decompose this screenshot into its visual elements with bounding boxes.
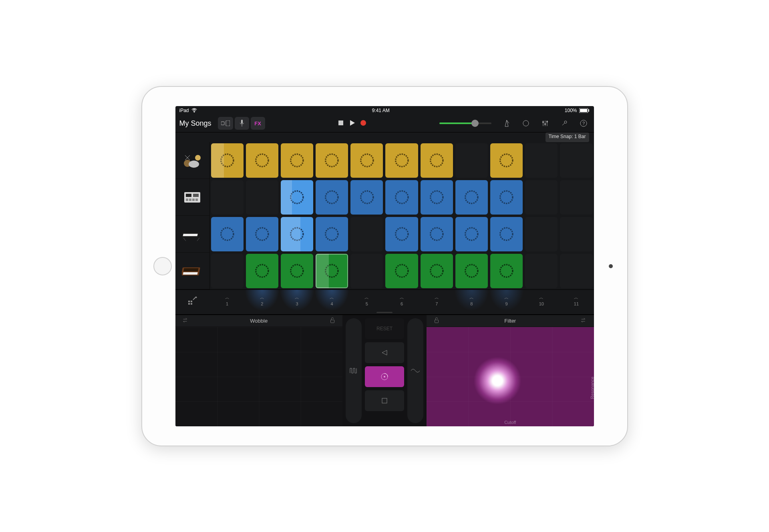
loop-cell[interactable] [421,143,453,178]
swap-icon[interactable] [580,317,587,325]
loop-cell[interactable] [455,217,488,251]
metronome-icon[interactable] [500,117,513,130]
fx-button[interactable]: FX [251,117,265,130]
play-button[interactable] [348,119,356,128]
loop-cell[interactable] [281,180,313,215]
column-trigger[interactable]: ︿10 [524,290,559,311]
lock-icon[interactable] [433,317,440,325]
clock: 9:41 AM [372,108,390,113]
home-button[interactable] [153,257,172,275]
gate-button[interactable] [346,318,362,423]
loop-cell[interactable] [490,217,523,251]
filter-x-axis-label: Cutoff [427,420,594,425]
column-trigger[interactable]: ︿4 [314,290,349,311]
column-trigger[interactable]: ︿3 [280,290,314,311]
svg-point-22 [195,155,201,161]
column-trigger[interactable]: ︿2 [245,290,280,311]
loop-cell[interactable] [385,217,418,251]
mixer-icon[interactable] [539,117,552,130]
loop-cell[interactable] [246,217,278,251]
chevron-up-icon: ︿ [225,295,229,301]
stop-button[interactable] [337,119,344,128]
column-trigger[interactable]: ︿8 [454,290,489,311]
svg-point-40 [256,154,268,167]
loop-cell[interactable] [281,254,313,288]
column-trigger[interactable]: ︿11 [559,290,594,311]
loop-cell[interactable] [385,254,418,288]
volume-slider[interactable] [439,122,491,124]
battery-label: 100% [565,108,577,113]
loop-cell[interactable] [525,180,558,215]
chevron-up-icon: ︿ [469,295,474,301]
reverse-button[interactable] [365,342,404,363]
loop-cell[interactable] [316,180,348,215]
column-trigger[interactable]: ︿9 [489,290,524,311]
loop-cell[interactable] [560,217,592,251]
scratch-button[interactable] [365,366,404,387]
loop-cell[interactable] [211,143,244,178]
column-trigger[interactable]: ︿6 [384,290,419,311]
loop-cell[interactable] [350,254,383,288]
loop-cell[interactable] [525,217,558,251]
microphone-button[interactable] [235,117,249,130]
track-header-keyboard[interactable] [175,216,210,253]
svg-point-50 [395,191,408,203]
svg-rect-31 [195,199,198,201]
loop-cell[interactable] [385,180,418,215]
fx-center-column: RESET [342,315,427,426]
loop-cell[interactable] [350,180,383,215]
loop-cell[interactable] [525,254,558,288]
loop-cell[interactable] [525,143,558,178]
loop-cell[interactable] [246,143,278,178]
lock-icon[interactable] [329,317,336,325]
loop-icon[interactable] [519,117,532,130]
loop-cell[interactable] [490,254,523,288]
column-trigger[interactable]: ︿5 [349,290,384,311]
loop-cell[interactable] [350,143,383,178]
track-header-drum-machine[interactable] [175,179,210,216]
record-button[interactable] [360,119,367,128]
loop-cell[interactable] [490,143,523,178]
drag-handle-icon[interactable] [175,311,594,314]
loop-cell[interactable] [560,254,592,288]
stop-fx-button[interactable] [365,390,404,411]
loop-cell[interactable] [211,254,244,288]
loop-cell[interactable] [316,217,348,251]
track-header-drums[interactable] [175,142,210,179]
loop-cell[interactable] [281,143,313,178]
wave-button[interactable] [407,318,423,423]
loop-cell[interactable] [316,254,348,288]
browser-toggle-button[interactable] [218,117,233,130]
column-trigger[interactable]: ︿1 [210,290,245,311]
svg-line-17 [562,123,565,125]
loop-cell[interactable] [421,180,453,215]
loop-cell[interactable] [490,180,523,215]
loop-cell[interactable] [421,254,453,288]
help-icon[interactable]: ? [577,117,590,130]
loop-cell[interactable] [421,217,453,251]
fx-wobble-pad[interactable] [175,327,343,426]
track-header-synth[interactable] [175,253,210,289]
settings-icon[interactable] [558,117,571,130]
fx-filter-pad[interactable]: Cutoff Resonance [427,327,594,426]
project-title[interactable]: My Songs [179,119,211,128]
loop-cell[interactable] [455,180,488,215]
loop-cell[interactable] [281,217,313,251]
loop-cell[interactable] [316,143,348,178]
loop-cell[interactable] [385,143,418,178]
cell-edit-button[interactable] [175,290,210,311]
reset-button[interactable]: RESET [365,318,404,339]
loop-cell[interactable] [560,180,592,215]
loop-cell[interactable] [246,180,278,215]
swap-icon[interactable] [182,317,189,325]
loop-cell[interactable] [211,217,244,251]
loop-cell[interactable] [211,180,244,215]
loop-cell[interactable] [455,254,488,288]
timesnap-badge[interactable]: Time Snap: 1 Bar [546,132,589,142]
column-trigger[interactable]: ︿7 [419,290,454,311]
loop-cell[interactable] [560,143,592,178]
svg-text:?: ? [582,121,584,126]
loop-cell[interactable] [246,254,278,288]
loop-cell[interactable] [455,143,488,178]
loop-cell[interactable] [350,217,383,251]
